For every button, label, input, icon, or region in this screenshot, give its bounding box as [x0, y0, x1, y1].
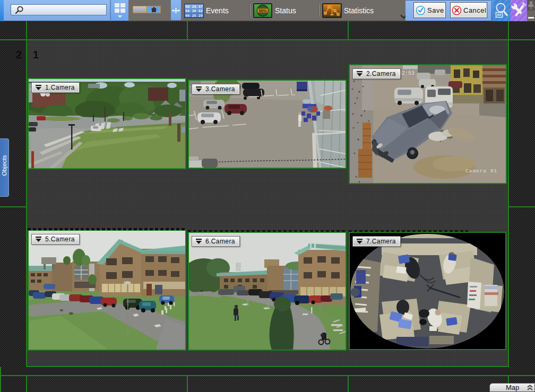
svg-text:Camera 01: Camera 01 [465, 168, 497, 174]
svg-text:50%: 50% [258, 8, 266, 13]
svg-text:02:53: 02:53 [399, 71, 415, 76]
